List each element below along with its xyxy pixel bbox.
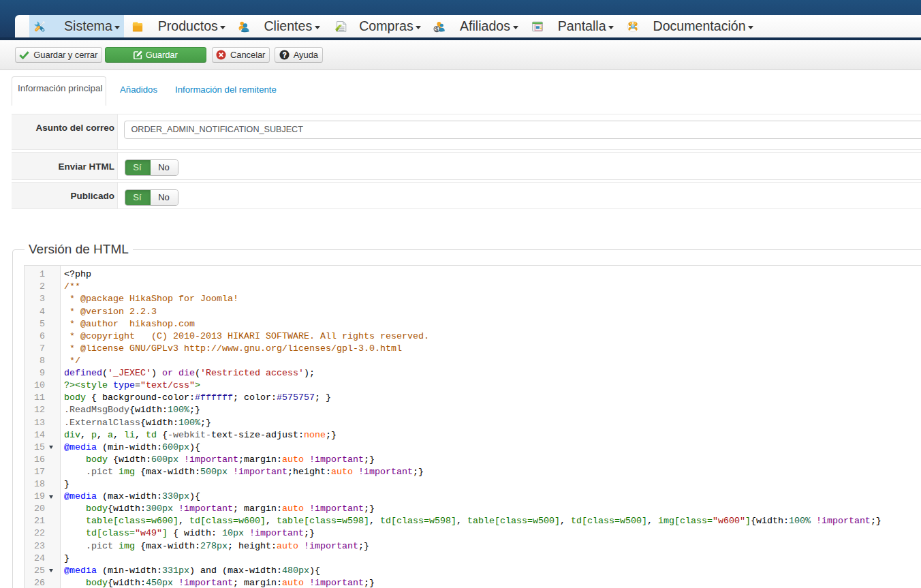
svg-text:?: ? [282, 51, 286, 59]
svg-text:$: $ [435, 26, 439, 33]
